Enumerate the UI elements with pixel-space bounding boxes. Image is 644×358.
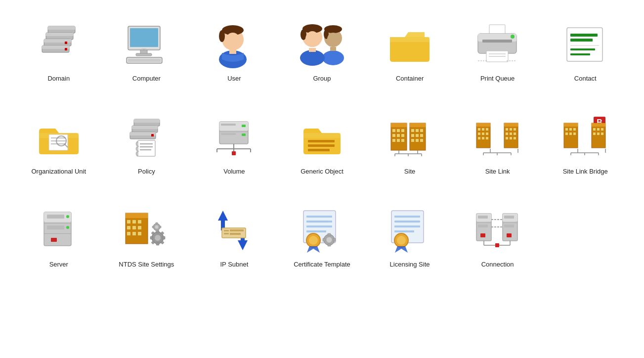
svg-rect-143 (564, 123, 578, 148)
icon-cell-ntds-site-settings[interactable]: NTDS Site Settings (103, 196, 191, 274)
svg-rect-154 (597, 128, 600, 131)
svg-rect-183 (132, 232, 136, 235)
icon-cell-org-unit[interactable]: Organizational Unit (15, 103, 103, 181)
icon-grid: Domain Computer (0, 0, 644, 284)
icon-cell-licensing-site[interactable]: Licensing Site (366, 196, 454, 274)
icon-cell-connection[interactable]: Connection (454, 196, 542, 274)
icon-cell-empty (541, 196, 629, 274)
icon-cell-ip-subnet[interactable]: IP Subnet (190, 196, 278, 274)
svg-rect-205 (224, 233, 229, 234)
svg-rect-184 (138, 232, 141, 235)
svg-rect-75 (221, 133, 236, 135)
icon-cell-site[interactable]: Site (366, 103, 454, 181)
computer-label: Computer (132, 74, 161, 83)
svg-rect-231 (478, 216, 488, 219)
icon-cell-user[interactable]: User (190, 10, 278, 88)
svg-rect-170 (47, 225, 64, 229)
licensing-site-label: Licensing Site (390, 260, 430, 269)
svg-rect-180 (132, 226, 136, 229)
generic-object-label: Generic Object (301, 167, 343, 176)
site-link-bridge-label: Site Link Bridge (563, 167, 608, 176)
svg-point-171 (66, 215, 69, 218)
icon-cell-site-link-bridge[interactable]: B (541, 103, 629, 181)
icon-cell-print-queue[interactable]: Print Queue (454, 10, 542, 88)
svg-rect-144 (564, 123, 578, 127)
svg-rect-219 (328, 244, 331, 246)
connection-icon (473, 206, 522, 255)
svg-rect-211 (306, 221, 332, 223)
svg-rect-84 (308, 149, 330, 151)
svg-rect-145 (565, 128, 568, 131)
svg-rect-131 (514, 133, 516, 135)
svg-point-217 (327, 237, 332, 243)
svg-point-228 (397, 236, 406, 245)
svg-rect-35 (309, 48, 316, 52)
svg-rect-3 (46, 33, 73, 36)
connection-label: Connection (481, 260, 514, 269)
svg-rect-102 (416, 134, 419, 137)
svg-rect-64 (151, 134, 154, 136)
svg-rect-246 (495, 243, 499, 247)
svg-rect-99 (416, 129, 419, 132)
svg-rect-128 (514, 128, 516, 131)
svg-rect-153 (593, 128, 596, 131)
svg-rect-86 (391, 123, 407, 127)
generic-object-icon (297, 113, 346, 162)
svg-rect-105 (416, 139, 419, 142)
svg-rect-132 (506, 137, 508, 139)
svg-rect-29 (330, 47, 336, 51)
site-link-label: Site Link (485, 167, 510, 176)
contact-label: Contact (574, 74, 597, 83)
certificate-template-icon (297, 206, 346, 255)
group-label: Group (313, 74, 331, 83)
svg-rect-121 (478, 137, 480, 139)
svg-rect-91 (397, 134, 400, 137)
svg-rect-61 (132, 126, 158, 129)
svg-rect-94 (397, 139, 400, 142)
svg-rect-221 (333, 238, 336, 241)
svg-rect-178 (138, 220, 141, 224)
icon-cell-policy[interactable]: Policy (103, 103, 191, 181)
svg-rect-123 (486, 137, 488, 139)
svg-rect-95 (401, 139, 404, 142)
svg-rect-212 (306, 225, 332, 227)
svg-rect-200 (160, 226, 161, 228)
svg-rect-148 (565, 133, 568, 135)
svg-rect-106 (420, 139, 423, 142)
svg-rect-117 (486, 128, 488, 131)
icon-cell-computer[interactable]: Computer (103, 10, 191, 88)
icon-cell-contact[interactable]: Contact (541, 10, 629, 88)
icon-cell-volume[interactable]: Volume (190, 103, 278, 181)
svg-point-186 (155, 235, 161, 241)
svg-marker-201 (218, 211, 228, 230)
icon-cell-certificate-template[interactable]: Certificate Template (278, 196, 366, 274)
icon-cell-server[interactable]: Server (15, 196, 103, 274)
icon-cell-domain[interactable]: Domain (15, 10, 103, 88)
svg-rect-198 (156, 230, 158, 231)
svg-rect-208 (230, 233, 241, 235)
svg-point-172 (66, 226, 69, 229)
svg-rect-9 (65, 42, 67, 44)
icon-cell-container[interactable]: Container (366, 10, 454, 88)
svg-rect-1 (48, 26, 75, 30)
svg-rect-179 (127, 226, 130, 229)
svg-rect-155 (601, 128, 603, 131)
icon-cell-group[interactable]: Group (278, 10, 366, 88)
svg-rect-147 (573, 128, 576, 131)
svg-rect-17 (128, 59, 161, 62)
volume-icon (210, 113, 259, 162)
svg-rect-98 (411, 129, 414, 132)
svg-rect-220 (323, 238, 325, 241)
svg-rect-197 (156, 223, 158, 224)
svg-rect-114 (476, 123, 490, 127)
icon-cell-generic-object[interactable]: Generic Object (278, 103, 366, 181)
svg-rect-103 (420, 134, 423, 137)
svg-rect-89 (401, 129, 404, 132)
svg-rect-8 (65, 48, 67, 50)
container-icon (385, 20, 434, 69)
svg-point-21 (219, 30, 225, 42)
svg-rect-46 (567, 28, 602, 61)
icon-cell-site-link[interactable]: Site Link (454, 103, 542, 181)
domain-icon (34, 20, 84, 69)
svg-rect-93 (392, 139, 395, 142)
